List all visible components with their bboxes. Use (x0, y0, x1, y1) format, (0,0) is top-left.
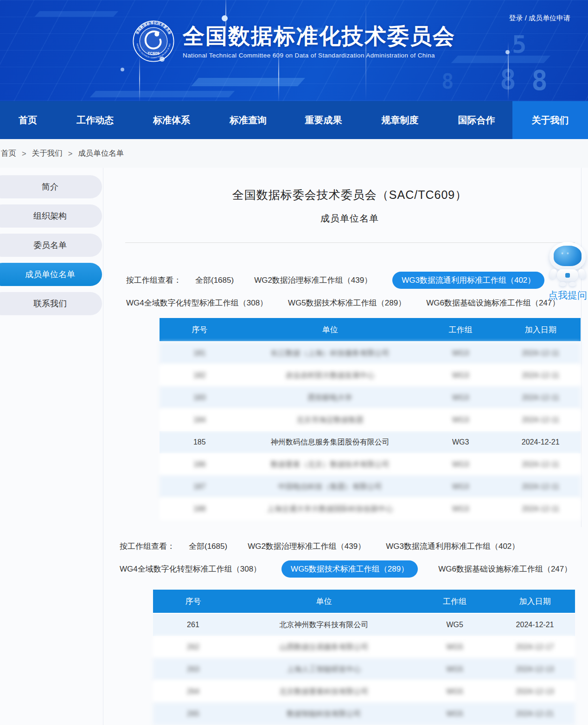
filter-row: 按工作组查看： 全部(1685) WG2数据治理标准工作组（439） WG3数据… (126, 272, 560, 288)
nav-item-about[interactable]: 关于我们 (512, 101, 588, 139)
cell-wg: WG5 (415, 621, 495, 629)
robot-leg (569, 282, 576, 286)
robot-body (557, 269, 578, 281)
cell-no: 264 (153, 687, 233, 696)
nav-item-standard-search[interactable]: 标准查询 (209, 101, 288, 139)
table-row: 183 西安邮电大学 WG3 2024-12-11 (160, 387, 581, 409)
filter-all[interactable]: 全部(1685) (195, 275, 234, 286)
filter-wg5[interactable]: WG5数据技术标准工作组（289） (288, 298, 406, 308)
cell-wg: WG3 (421, 460, 501, 469)
cell-no: 265 (153, 710, 233, 718)
sidebar-item-intro[interactable]: 简介 (0, 175, 102, 198)
cell-date: 2024-12-13 (495, 687, 575, 696)
filter-wg2[interactable]: WG2数据治理标准工作组（439） (254, 275, 372, 286)
table-row: 188 上海交通大学大数据国际科技创新中心 WG3 2024-12-11 (160, 498, 581, 520)
filter-wg2[interactable]: WG2数据治理标准工作组（439） (248, 541, 365, 552)
filter-all[interactable]: 全部(1685) (189, 541, 227, 552)
divider (125, 242, 575, 243)
login-link[interactable]: 登录 / 成员单位申请 (509, 14, 570, 23)
filter-section-wg3: 按工作组查看： 全部(1685) WG2数据治理标准工作组（439） WG3数据… (126, 272, 560, 311)
table-row: 182 农业农村部大数据发展中心 WG3 2024-12-11 (160, 364, 581, 387)
cell-no: 185 (160, 438, 240, 446)
page-subtitle: 成员单位名单 (111, 212, 588, 225)
robot-arm (577, 268, 587, 280)
nav-item-achievements[interactable]: 重要成果 (288, 101, 359, 139)
filter-wg4[interactable]: WG4全域数字化转型标准工作组（308） (126, 298, 268, 308)
cell-org: 长江数据（上海）科技服务有限公司 (240, 349, 421, 358)
site-brand: 全国数据标准化技术委员会 NATIONAL TECHNICAL COMMITTE… (0, 20, 588, 62)
cell-org: 北京数据要素科技有限公司 (233, 687, 415, 697)
cell-org: 农业农村部大数据发展中心 (240, 371, 421, 381)
table-row: 186 数据要素（北京）数据技术有限公司 WG3 2024-12-11 (160, 453, 581, 476)
cell-no: 261 (153, 621, 233, 629)
cell-date: 2024-12-11 (500, 460, 581, 469)
nav-item-regulations[interactable]: 规章制度 (359, 101, 441, 139)
site-header: 5 8 8 8 登录 / 成员单位申请 全国数据标准化技术委员会 N (0, 0, 588, 101)
filter-wg5-active-pill[interactable]: WG5数据技术标准工作组（289） (281, 560, 418, 578)
cell-no: 184 (160, 416, 240, 424)
member-table-wg5: 序号 单位 工作组 加入日期 261 北京神州数字科技有限公司 WG5 2024… (153, 590, 575, 725)
cell-wg: WG3 (421, 416, 501, 424)
col-header-date: 加入日期 (495, 596, 575, 607)
filter-wg4[interactable]: WG4全域数字化转型标准工作组（308） (120, 564, 261, 574)
cell-wg: WG5 (415, 643, 495, 651)
cell-no: 182 (160, 371, 240, 380)
col-header-org: 单位 (240, 324, 421, 335)
header-decor-digit: 8 (441, 70, 454, 93)
header-decor-band (35, 11, 119, 17)
cell-date: 2024-12-13 (495, 665, 575, 674)
brand-text: 全国数据标准化技术委员会 National Technical Committe… (183, 24, 455, 58)
cell-org: 上海人工智能研发中心 (233, 665, 415, 674)
nav-item-standard-system[interactable]: 标准体系 (134, 101, 209, 139)
header-decor-band (90, 91, 235, 97)
cell-no: 263 (153, 665, 233, 674)
col-header-org: 单位 (233, 596, 415, 607)
chat-mascot[interactable]: 点我提问 (547, 242, 588, 302)
breadcrumb-separator: > (22, 149, 26, 158)
breadcrumb-home[interactable]: 首页 (1, 148, 16, 159)
cell-no: 186 (160, 460, 240, 469)
cell-org: 中国电信科技（集团）有限公司 (240, 482, 421, 492)
ask-me-label[interactable]: 点我提问 (547, 289, 588, 302)
filter-wg6[interactable]: WG6数据基础设施标准工作组（247） (426, 298, 560, 308)
table-row: 184 北京市海淀数据集团 WG3 2024-12-11 (160, 409, 581, 431)
table-row: 265 数据智能科技有限公司 WG5 2024-12-21 (153, 703, 575, 725)
cell-wg: WG5 (415, 710, 495, 718)
nav-item-international[interactable]: 国际合作 (441, 101, 512, 139)
filter-row: WG4全域数字化转型标准工作组（308） WG5数据技术标准工作组（289） W… (126, 294, 560, 311)
filter-wg3-active-pill[interactable]: WG3数据流通利用标准工作组（402） (392, 272, 544, 289)
filter-wg3[interactable]: WG3数据流通利用标准工作组（402） (386, 541, 519, 552)
cell-wg: WG3 (421, 483, 501, 491)
table-header-row: 序号 单位 工作组 加入日期 (153, 590, 575, 614)
table-row-highlight: 185 神州数码信息服务集团股份有限公司 WG3 2024-12-21 (160, 431, 581, 453)
header-decor-dot (121, 68, 124, 71)
sidebar-item-structure[interactable]: 组织架构 (0, 204, 102, 228)
filter-row: WG4全域数字化转型标准工作组（308） WG5数据技术标准工作组（289） W… (120, 560, 572, 577)
breadcrumb-separator: > (68, 149, 73, 158)
site-subtitle-en: National Technical Committee 609 on Data… (183, 52, 455, 59)
filter-wg6[interactable]: WG6数据基础设施标准工作组（247） (438, 564, 572, 574)
table-row: 264 北京数据要素科技有限公司 WG5 2024-12-13 (153, 680, 575, 703)
cell-no: 262 (153, 643, 233, 651)
table-row: 262 山西数据交易服务有限公司 WG5 2024-12-17 (153, 636, 575, 658)
nav-item-home[interactable]: 首页 (0, 101, 56, 139)
sidebar-item-contact[interactable]: 联系我们 (0, 292, 102, 315)
cell-org: 北京神州数字科技有限公司 (233, 620, 415, 630)
cell-wg: WG3 (421, 371, 501, 380)
sidebar-item-committee-list[interactable]: 委员名单 (0, 234, 102, 257)
cell-date: 2024-12-11 (500, 349, 581, 357)
robot-screen (554, 246, 582, 266)
breadcrumb-about[interactable]: 关于我们 (32, 148, 63, 159)
cell-org: 北京市海淀数据集团 (240, 415, 421, 425)
cell-wg: WG3 (421, 394, 501, 402)
cell-date: 2024-12-21 (495, 710, 575, 718)
member-table-wg3: 序号 单位 工作组 加入日期 181 长江数据（上海）科技服务有限公司 WG3 … (160, 318, 581, 520)
header-decor-digit: 8 (500, 64, 516, 95)
table-header-row: 序号 单位 工作组 加入日期 (160, 318, 581, 342)
cell-no: 183 (160, 394, 240, 402)
main-nav: 首页 工作动态 标准体系 标准查询 重要成果 规章制度 国际合作 关于我们 (0, 101, 588, 139)
header-decor-digit: 8 (531, 65, 548, 96)
nav-item-news[interactable]: 工作动态 (56, 101, 134, 139)
sidebar-item-member-units[interactable]: 成员单位名单 (0, 263, 102, 286)
col-header-no: 序号 (160, 324, 240, 335)
